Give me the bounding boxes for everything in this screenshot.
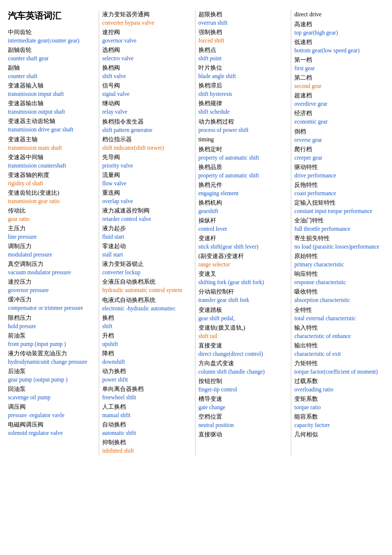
zh-text: 换档品质 [198,163,288,171]
en-text: front pump (input pump ) [8,340,96,348]
en-text: freewheel shfit [102,393,192,401]
list-item: 分动箱控制杆transfer gear shift fork [198,287,288,304]
en-text: second gear [294,82,384,90]
en-text: bottom gear(low speed gear) [294,46,384,54]
en-text: flow valve [102,179,192,187]
en-text: shift schedule [198,108,288,116]
zh-text: 变速踏板 [198,305,288,314]
list-item: 主压力line pressure [8,224,96,241]
list-item: 超速档overdirve gear [294,91,384,108]
zh-text: 变速器主动齿轮轴 [8,117,96,126]
en-text: vacuum modulator pressure [8,268,96,276]
en-text: overlap valve [102,197,192,205]
en-text: range selector [198,260,288,268]
zh-text: 换档阀 [102,63,192,72]
zh-text: 输入特性 [294,323,384,332]
zh-text: 自动换档 [102,420,192,429]
list-item: 缓冲压力compensator or trimmer pressure [8,295,96,312]
en-text: transmission countershaft [8,162,96,170]
list-item: 液力变矩器锁止converter lockup [102,259,192,276]
list-item: 几何相似 [294,430,384,439]
en-text: governor pressure [8,286,96,294]
zh-text: 能容系数 [294,412,384,421]
list-item: 信号阀signal valve [102,81,192,98]
en-text: creeper gear [294,154,384,162]
zh-text: 第二档 [294,73,384,82]
en-text: line pressure [8,233,96,241]
zh-text: (副变速器)变速杆 [198,252,288,260]
zh-text: 寄生损失特性 [294,234,384,243]
zh-text: 人工换档 [102,402,192,411]
en-text: direct change(direct control) [198,350,288,358]
list-item: 变速轨(拨叉道轨,)shift rail [198,323,288,340]
en-text: reverse gear [294,136,384,144]
en-text: governor valve [102,37,192,44]
list-item: 按钮控制finger-tip control [198,377,288,393]
en-text: automaitc shfit [102,429,192,437]
list-item: 能容系数capacity factorr [294,412,384,429]
zh-text: 调制压力 [8,242,96,251]
zh-text: 叶片换位 [198,63,288,72]
list-item: 输出特性characteristic of exit [294,341,384,358]
list-item: 第二档second gear [294,73,384,90]
zh-text: 方向盘式变速 [198,359,288,368]
en-text: top gear(high gear) [294,29,384,37]
zh-text: 分动箱控制杆 [198,287,288,296]
list-item: 槽导变速gate change [198,394,288,411]
list-item: 直接驱动 [198,430,288,439]
list-item: 过载系数overloading ratio [294,377,384,393]
zh-text: 吸收特性 [294,287,384,296]
zh-text: 液力减速器控制阀 [102,206,192,215]
list-item: 变速齿轮比(变速比)transmission gear ratio [8,188,96,205]
zh-text: timing [198,135,288,144]
list-item: 液力起步fluid start [102,224,192,241]
zh-text: 全特性 [294,305,384,314]
en-text: compensator or trimmer pressure [8,304,96,312]
zh-text: 电磁阀调压阀 [8,420,96,429]
en-text: electronic -hydraulic automatiec [102,304,192,312]
list-item: 空档位置neutral position [198,412,288,429]
zh-text: 回油泵 [8,384,96,393]
en-text: gate change [198,403,288,411]
list-item: 变矩系数torque ratio [294,394,384,411]
zh-text: 选档阀 [102,45,192,54]
en-text: shift pattern generator [102,126,192,134]
list-item: 单向离合器换档freewheel shfit [102,384,192,401]
en-text: stick shift(gear shift lever) [198,243,288,251]
zh-text: 换档点 [198,45,288,54]
list-item: 电液式自动换档系统electronic -hydraulic automatie… [102,296,192,312]
zh-text: 传动比 [8,206,96,215]
zh-text: 换档滞后 [198,81,288,90]
zh-text: direct drive [294,10,384,19]
en-text: coast performance [294,189,384,197]
en-text: power shfit [102,376,192,384]
zh-text: 经济档 [294,109,384,118]
en-text: constant input torque performance [294,207,384,215]
zh-text: 变速器主轴 [8,135,96,144]
en-text: retarder control valve [102,215,192,223]
zh-text: 液力起步 [102,224,192,233]
list-item: 人工换档manual shfit [102,402,192,419]
zh-text: 缓冲压力 [8,295,96,304]
zh-text: 爬行档 [294,145,384,154]
list-item: 换档阀shift valve [102,63,192,80]
en-text: characteristic of exit [294,350,384,358]
list-item: 倒档reverse gear [294,127,384,144]
en-text: modulated pressure [8,251,96,258]
zh-text: 直接变速 [198,341,288,350]
list-item: 变速器主动齿轮轴transmission drive gear shaft [8,117,96,133]
en-text: relay valve [102,108,192,116]
list-item: 回油泵scavenge oil pump [8,384,96,401]
list-item: 变速器轴的刚度rigidity of shaft [8,171,96,187]
list-item: 经济档economic gear [294,109,384,126]
en-text: finger-tip control [198,385,288,393]
zh-text: 换档机构 [198,198,288,207]
zh-text: 空档位置 [198,412,288,421]
zh-text: 后油泵 [8,367,96,376]
list-item: 传动比gear ratio [8,206,96,223]
zh-text: 变速器输出轴 [8,99,96,108]
zh-text: 变矩系数 [294,394,384,403]
list-item: 速控压力governor pressure [8,277,96,294]
zh-text: 先导阀 [102,153,192,162]
list-item: 前油泵front pump (input pump ) [8,331,96,348]
